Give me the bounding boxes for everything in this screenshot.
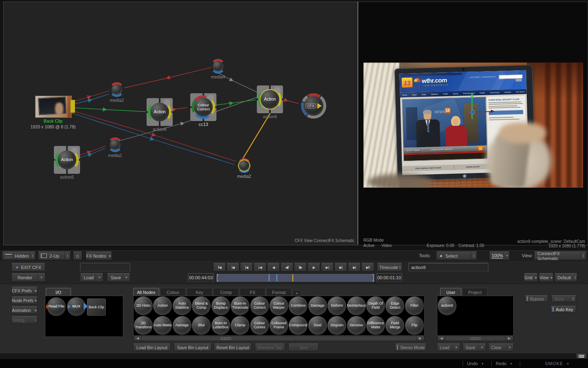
bin-node-compound[interactable]: Compound [289, 316, 307, 335]
node-media2-top[interactable]: media2 [109, 82, 124, 97]
tab-all-nodes[interactable]: All Nodes [133, 288, 159, 296]
bin-node-colour-correct[interactable]: Colour Correct [250, 296, 269, 315]
bin-node-bump-displace[interactable]: Bump Displace [212, 296, 230, 315]
bin-node-colour-warper[interactable]: Colour Warper [270, 296, 288, 315]
node-action9[interactable]: Action action9 [257, 85, 283, 113]
bin-node-difference-matte[interactable]: Difference Matte [366, 316, 385, 335]
exit-cfx-button[interactable]: ◀ EXIT CFX [11, 263, 45, 272]
timing-button[interactable]: Timing▶ [11, 316, 38, 324]
viewer-panel[interactable]: 13 wthr.com INDIANAPOLIS ● SITE SEARCH ●… [358, 2, 588, 245]
user-bin-load-dropdown[interactable]: Load▼ [437, 343, 460, 351]
transport-prev-mark-button[interactable]: |◀ [227, 263, 239, 272]
tab-project[interactable]: Project [462, 288, 488, 296]
node-cfx-output[interactable]: CFX [301, 93, 326, 119]
transport-go-in-button[interactable]: [◀ [240, 263, 253, 272]
bin-node-depth-of-field[interactable]: Depth Of Field [366, 296, 385, 315]
redo-button[interactable]: Redo [496, 361, 506, 366]
keyboard-shortcuts-button[interactable]: ⌨ [576, 354, 587, 359]
render-dropdown[interactable]: Render▼ [11, 273, 45, 282]
bin-node-clamp[interactable]: Clamp [231, 316, 249, 335]
transport-frame-back-button[interactable]: ◀‖ [281, 263, 293, 272]
scroll-right-icon[interactable]: ▶ [505, 336, 513, 341]
timeline-bar[interactable] [216, 274, 374, 282]
timeline-marker-blue[interactable] [269, 274, 270, 281]
bin-node-filter[interactable]: Filter [405, 296, 424, 315]
tab-fx[interactable]: FX [240, 288, 265, 296]
bin-node-colour-curves[interactable]: Colour Curves [250, 316, 269, 335]
scrollbar-thumb[interactable] [142, 336, 416, 341]
auto-key-toggle[interactable]: Auto Key [550, 306, 576, 313]
schematic-panel[interactable]: Back Clip 1920 x 1080 @ 8 (1.78) media2 … [3, 2, 358, 245]
tool-select-dropdown[interactable]: ➤ Select ▲▼ [436, 251, 477, 260]
grid-button[interactable]: Grid▶ [524, 273, 538, 282]
stereo-mode-toggle[interactable]: Stereo Mode [395, 343, 426, 351]
timeline-marker-blue[interactable] [276, 274, 277, 281]
bin-node-deform[interactable]: Deform [327, 296, 346, 315]
bin-node-burnin-letterbox[interactable]: Burn-In Letterbox [212, 316, 230, 335]
bin-node-blend-comp[interactable]: Blend & Comp [192, 296, 211, 315]
bin-node-field-merge[interactable]: Field Merge [385, 316, 404, 335]
tab-user[interactable]: User [440, 288, 461, 296]
transport-step-back-mark-button[interactable]: ⌊◀ [254, 263, 266, 272]
tab-io[interactable]: I/O [46, 288, 71, 296]
timeline-in-bracket[interactable] [217, 274, 218, 281]
rename-tab-button[interactable]: Rename Tab [255, 343, 285, 351]
node-media2-bottom[interactable]: media2 [237, 158, 252, 173]
bin-node-blur[interactable]: Blur [192, 316, 211, 335]
reset-bin-layout-button[interactable]: Reset Bin Layout [214, 343, 252, 351]
user-bin-node-action6[interactable]: action6 [438, 296, 457, 315]
bin-node-edge-detect[interactable]: Edge Detect [385, 296, 404, 315]
bin-node-average[interactable]: Average [173, 316, 192, 335]
scroll-right-icon[interactable]: ▶ [416, 336, 424, 341]
bin-node-degrain[interactable]: Degrain [327, 316, 346, 335]
save-bin-layout-button[interactable]: Save Bin Layout [174, 343, 212, 351]
spinner-icon[interactable]: ▲▼ [580, 252, 586, 260]
bypass-toggle[interactable]: Bypass [525, 295, 548, 302]
user-bin-scrollbar[interactable]: ◀ ▶ [437, 336, 514, 341]
timeline-positioner[interactable] [292, 274, 293, 281]
bin-node-deinterlace[interactable]: DeInterlace [347, 296, 366, 315]
fx-nodes-button[interactable]: FX Nodes▶ [86, 251, 112, 260]
bin-node-2d-transform[interactable]: 2D Transform [134, 316, 153, 335]
spinner-icon[interactable]: ▲▼ [398, 263, 402, 271]
animation-button[interactable]: Animation▶ [11, 306, 38, 314]
node-bin-scrollbar[interactable]: ◀ ▶ [133, 336, 425, 341]
user-bin-save-dropdown[interactable]: Save▼ [463, 343, 486, 351]
node-action5[interactable]: Action action5 [54, 146, 80, 174]
bin-node-auto-matte[interactable]: Auto Matte [153, 316, 172, 335]
tab-comp[interactable]: Comp [213, 288, 239, 296]
bin-node-burnin-timecode[interactable]: Burn-In Timecode [231, 296, 249, 315]
spinner-icon[interactable]: ▲▼ [29, 252, 35, 260]
redo-dropdown-icon[interactable]: ▼ [510, 362, 512, 365]
sort-button[interactable]: Sort [288, 343, 318, 351]
scroll-left-icon[interactable]: ◀ [437, 336, 445, 341]
bin-node-action[interactable]: Action [153, 296, 172, 315]
zoom-level-dropdown[interactable]: 100% ▼ [489, 251, 510, 260]
viewer-contrast-label[interactable]: Contrast: 1.00 [459, 243, 484, 248]
app-menu-button[interactable]: SMOKE [545, 361, 563, 366]
node-media4[interactable]: media4 [211, 59, 225, 74]
view-mode-dropdown[interactable]: ConnectFX Schematic ▲▼ [534, 251, 586, 260]
node-prefs-button[interactable]: Node Prefs▶ [11, 296, 38, 304]
spinner-icon[interactable]: ▲▼ [471, 252, 477, 260]
back-dropdown[interactable]: Back▲▼ [551, 295, 576, 302]
timecode-duration-field[interactable]: 00:00:01:10 [376, 273, 402, 282]
bin-node-auto-stabilize[interactable]: Auto Stabilize [173, 296, 192, 315]
user-bin-clear-dropdown[interactable]: Clear▼ [488, 343, 514, 351]
scroll-left-icon[interactable]: ◀ [134, 336, 142, 341]
read-file-node[interactable]: Read File [47, 297, 66, 316]
timecode-in-field[interactable]: 00:00:44:03 [188, 273, 214, 282]
schematic-view-button[interactable]: View▶ [539, 273, 553, 282]
transport-go-out-button[interactable]: ▶] [334, 263, 347, 272]
back-clip-output-tab[interactable] [70, 100, 75, 113]
bin-node-denoise[interactable]: Denoise [347, 316, 366, 335]
bin-node-combine[interactable]: Combine [289, 296, 307, 315]
viewer-channel-label[interactable]: Video [381, 243, 392, 248]
node-back-clip[interactable]: Back Clip 1920 x 1080 @ 8 (1.78) [35, 96, 74, 128]
undo-button[interactable]: Undo [467, 361, 478, 366]
bin-node-deal[interactable]: Deal [308, 316, 327, 335]
panel-visibility-dropdown[interactable]: Hidden ▲▼ [2, 251, 36, 260]
timecode-mode-dropdown[interactable]: Timecode ▲▼ [377, 263, 402, 272]
node-action6[interactable]: Action action6 [147, 98, 173, 126]
app-menu-dropdown-icon[interactable]: ▼ [566, 362, 569, 365]
